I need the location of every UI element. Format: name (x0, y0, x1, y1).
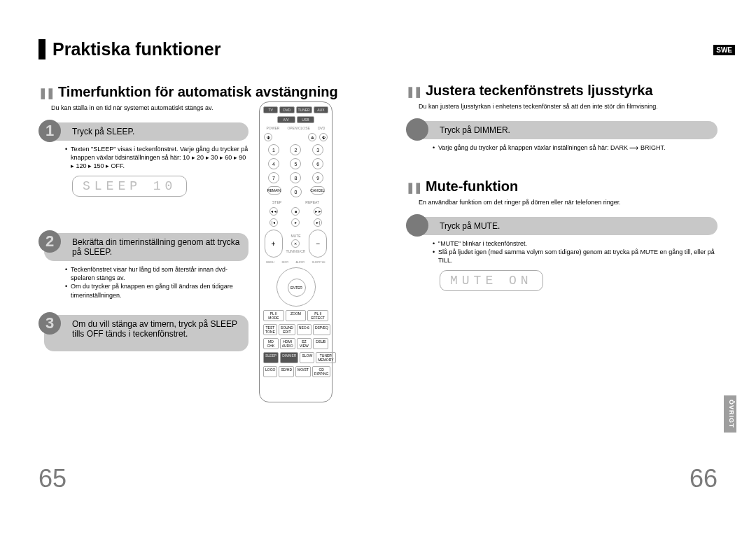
remote-btn: AUX (314, 106, 328, 113)
remote-btn: DVD (279, 106, 294, 113)
dimmer-desc: Du kan justera ljusstyrkan i enhetens te… (419, 103, 718, 111)
mute-display: MUTE ON (440, 270, 543, 291)
language-badge: SWE (713, 45, 735, 55)
mute-notes: "MUTE" blinkar i teckenfönstret. Slå på … (433, 239, 718, 265)
remote-btn: USB (297, 116, 315, 123)
timer-step2-notes: Teckenfönstret visar hur lång tid som åt… (65, 265, 248, 300)
mute-heading: Mute-funktion (406, 178, 718, 195)
page-title-bar: Praktiska funktioner (38, 39, 350, 59)
remote-btn: TUNER (296, 106, 312, 113)
dimmer-step: Tryck på DIMMER. (412, 121, 718, 139)
step-dot (406, 214, 428, 237)
dimmer-heading: Justera teckenfönstrets ljusstyrka (406, 83, 718, 99)
remote-illustration: TV DVD TUNER AUX A/V USB POWER OPEN/CLOS… (259, 101, 332, 402)
remote-btn: TV (263, 106, 278, 113)
mute-desc: En användbar funktion om det ringer på d… (419, 199, 718, 207)
side-tab: ÖVRIGT (724, 395, 736, 433)
timer-heading: Timerfunktion för automatisk avstängning (38, 84, 350, 100)
timer-step2: 2 Bekräfta din timerinställning genom at… (44, 233, 248, 261)
timer-step1-notes: Texten "SLEEP" visas i teckenfönstret. V… (65, 145, 248, 170)
step-num-2: 2 (38, 230, 61, 253)
vol-up: + (265, 230, 283, 258)
page-title: Praktiska funktioner (52, 39, 350, 59)
power-icon: ⏻ (264, 133, 272, 141)
step-dot (406, 118, 428, 141)
page-number-right: 66 (690, 464, 718, 493)
step-num-3: 3 (38, 312, 61, 335)
vol-dn: − (309, 230, 327, 258)
remote-btn: A/V (277, 116, 295, 123)
sleep-display: SLEEP 10 (72, 176, 187, 197)
dpad: ENTER (276, 267, 316, 307)
mute-step: Tryck på MUTE. (412, 217, 718, 235)
step-num-1: 1 (38, 120, 61, 142)
eject-icon: ⏏ (308, 133, 316, 141)
power-icon: ⏻ (319, 133, 328, 141)
timer-step3: 3 Om du vill stänga av timern, tryck på … (44, 315, 248, 351)
mute-icon: ✕ (291, 239, 300, 248)
timer-step1: 1 Tryck på SLEEP. (44, 122, 248, 141)
page-number-left: 65 (38, 464, 66, 493)
dimmer-notes: Varje gång du trycker på knappen växlar … (433, 143, 718, 152)
